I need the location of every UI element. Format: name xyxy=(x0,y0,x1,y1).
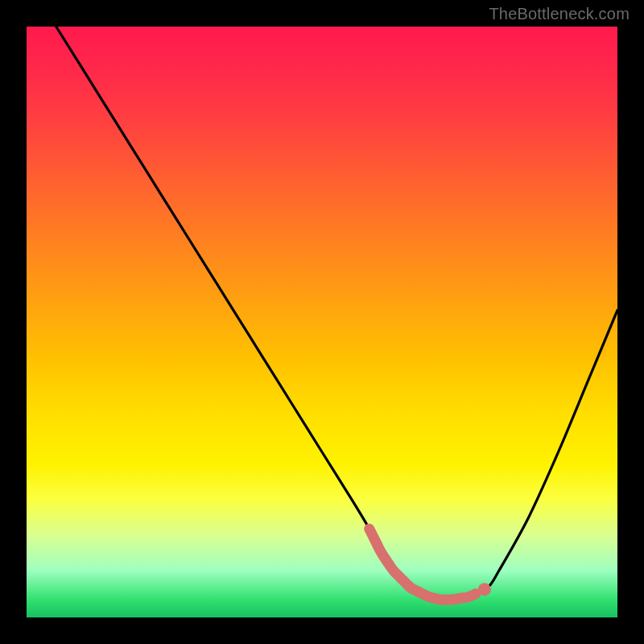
plot-area xyxy=(27,27,617,617)
chart-svg xyxy=(27,27,617,617)
attribution-label: TheBottleneck.com xyxy=(489,5,630,23)
optimal-range-endpoint xyxy=(478,583,491,596)
bottleneck-curve xyxy=(56,27,617,600)
chart-stage: TheBottleneck.com xyxy=(0,0,644,644)
optimal-range-highlight xyxy=(369,529,476,600)
